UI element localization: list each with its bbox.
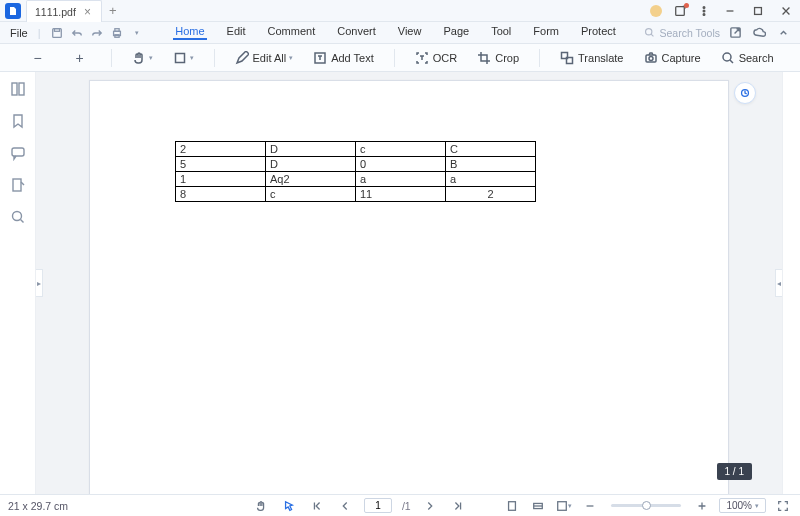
select-mode-icon[interactable] — [280, 497, 298, 515]
titlebar: 1111.pdf × + — [0, 0, 800, 22]
ai-assistant-button[interactable] — [734, 82, 756, 104]
svg-rect-0 — [676, 6, 685, 15]
tab-home[interactable]: Home — [173, 25, 206, 40]
tab-protect[interactable]: Protect — [579, 25, 618, 40]
zoom-slider[interactable] — [611, 504, 681, 507]
table-cell: a — [356, 172, 446, 187]
zoom-level[interactable]: 100%▾ — [719, 498, 766, 513]
svg-rect-20 — [19, 83, 24, 95]
zoom-in-button[interactable]: + — [69, 50, 91, 66]
crop-label: Crop — [495, 52, 519, 64]
svg-point-23 — [12, 212, 21, 221]
translate-button[interactable]: Translate — [560, 51, 623, 65]
menubar: File | ▾ Home Edit Comment Convert View … — [0, 22, 800, 44]
add-tab-button[interactable]: + — [102, 0, 124, 21]
select-tool[interactable]: ▾ — [173, 51, 194, 65]
table-cell: 0 — [356, 157, 446, 172]
tab-document[interactable]: 1111.pdf × — [26, 0, 102, 22]
search-label: Search — [739, 52, 774, 64]
tab-form[interactable]: Form — [531, 25, 561, 40]
zoom-in-status[interactable] — [693, 497, 711, 515]
bookmark-icon[interactable] — [9, 112, 27, 130]
capture-button[interactable]: Capture — [644, 51, 701, 65]
table-cell: 5 — [176, 157, 266, 172]
pdf-page: 2 D c C 5 D 0 B 1 Aq2 a a — [89, 80, 729, 494]
comment-icon[interactable] — [9, 144, 27, 162]
thumbnails-icon[interactable] — [9, 80, 27, 98]
page-indicator: 1 / 1 — [717, 463, 752, 480]
maximize-button[interactable] — [744, 0, 772, 21]
search-panel-icon[interactable] — [9, 208, 27, 226]
table-row: 2 D c C — [176, 142, 536, 157]
add-text-button[interactable]: Add Text — [313, 51, 374, 65]
svg-rect-21 — [12, 148, 24, 156]
zoom-out-button[interactable]: − — [27, 50, 49, 66]
kebab-menu-icon[interactable] — [692, 0, 716, 21]
search-tools[interactable]: Search Tools — [644, 27, 720, 39]
toolbar: − + ▾ ▾ Edit All▾ Add Text OCR Crop Tran… — [0, 44, 800, 72]
tab-page[interactable]: Page — [441, 25, 471, 40]
quick-dropdown[interactable]: ▾ — [127, 29, 147, 37]
svg-rect-12 — [175, 53, 184, 62]
menu-file[interactable]: File — [0, 27, 38, 39]
table-cell: 11 — [356, 187, 446, 202]
fit-page-icon[interactable] — [503, 497, 521, 515]
table-cell: a — [446, 172, 536, 187]
viewer[interactable]: 2 D c C 5 D 0 B 1 Aq2 a a — [36, 72, 782, 494]
table-cell: 2 — [446, 187, 536, 202]
table-cell: C — [446, 142, 536, 157]
zoom-out-status[interactable] — [581, 497, 599, 515]
svg-rect-6 — [54, 28, 59, 31]
viewer-body: ▸ 2 D c C 5 D 0 B 1 Aq2 a — [0, 72, 800, 494]
fit-width-icon[interactable] — [529, 497, 547, 515]
minimize-button[interactable] — [716, 0, 744, 21]
tab-comment[interactable]: Comment — [266, 25, 318, 40]
edit-all-button[interactable]: Edit All▾ — [235, 51, 294, 65]
ocr-label: OCR — [433, 52, 457, 64]
print-icon[interactable] — [107, 27, 127, 39]
svg-point-2 — [703, 10, 705, 12]
table-cell: B — [446, 157, 536, 172]
tab-tool[interactable]: Tool — [489, 25, 513, 40]
page-number-input[interactable] — [364, 498, 392, 513]
prev-page-icon[interactable] — [336, 497, 354, 515]
document-table: 2 D c C 5 D 0 B 1 Aq2 a a — [175, 141, 536, 202]
hand-tool[interactable]: ▾ — [132, 51, 153, 65]
cloud-icon[interactable] — [750, 26, 768, 39]
attachment-icon[interactable] — [9, 176, 27, 194]
svg-rect-27 — [558, 501, 567, 510]
next-page-icon[interactable] — [421, 497, 439, 515]
ocr-button[interactable]: OCR — [415, 51, 457, 65]
svg-rect-4 — [755, 7, 762, 14]
view-mode-dropdown[interactable]: ▾ — [555, 497, 573, 515]
edit-all-label: Edit All — [253, 52, 287, 64]
svg-point-17 — [649, 56, 653, 60]
expand-left-panel[interactable]: ▸ — [36, 269, 43, 297]
tab-convert[interactable]: Convert — [335, 25, 378, 40]
table-row: 5 D 0 B — [176, 157, 536, 172]
first-page-icon[interactable] — [308, 497, 326, 515]
tab-label: 1111.pdf — [35, 6, 76, 18]
avatar[interactable] — [644, 0, 668, 21]
add-text-label: Add Text — [331, 52, 374, 64]
table-cell: D — [266, 157, 356, 172]
tab-view[interactable]: View — [396, 25, 424, 40]
fullscreen-icon[interactable] — [774, 497, 792, 515]
share-icon[interactable] — [726, 26, 744, 39]
notification-icon[interactable] — [668, 0, 692, 21]
page-dimensions: 21 x 29.7 cm — [8, 500, 68, 512]
crop-button[interactable]: Crop — [477, 51, 519, 65]
close-icon[interactable]: × — [84, 6, 91, 18]
table-cell: 1 — [176, 172, 266, 187]
tab-edit[interactable]: Edit — [225, 25, 248, 40]
hand-mode-icon[interactable] — [252, 497, 270, 515]
svg-rect-19 — [12, 83, 17, 95]
expand-right-panel[interactable]: ◂ — [775, 269, 782, 297]
save-icon[interactable] — [47, 27, 67, 39]
redo-icon[interactable] — [87, 27, 107, 39]
last-page-icon[interactable] — [449, 497, 467, 515]
chevron-up-icon[interactable] — [774, 26, 792, 39]
undo-icon[interactable] — [67, 27, 87, 39]
search-button[interactable]: Search — [721, 51, 774, 65]
close-window-button[interactable] — [772, 0, 800, 21]
